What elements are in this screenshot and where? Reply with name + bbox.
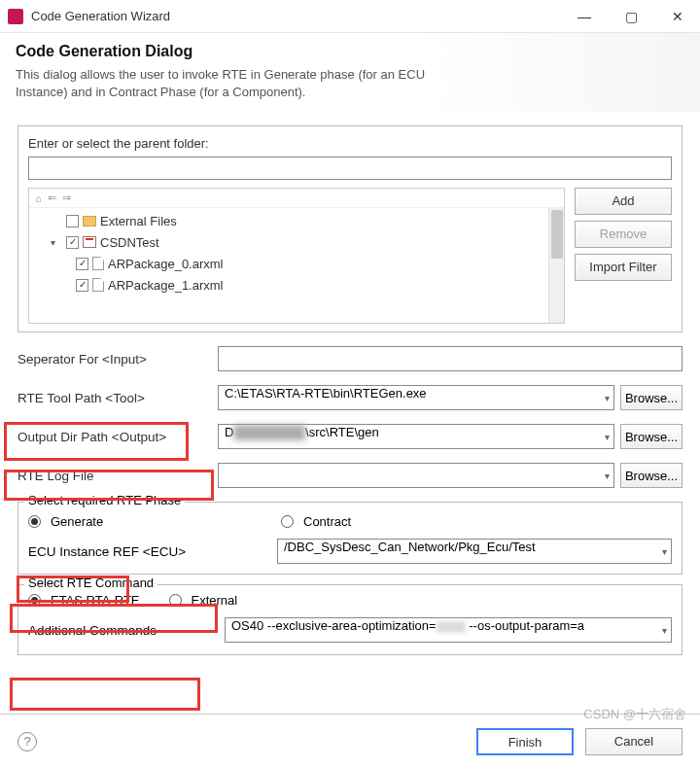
rte-tool-path-value: C:\ETAS\RTA-RTE\bin\RTEGen.exe — [225, 386, 427, 401]
dialog-heading: Code Generation Dialog — [16, 43, 684, 60]
tree-checkbox[interactable]: ✓ — [76, 279, 88, 292]
radio-icon — [28, 594, 41, 607]
rte-log-combo[interactable]: ▾ — [218, 463, 614, 488]
tree-item-label: CSDNTest — [100, 235, 159, 250]
cancel-button[interactable]: Cancel — [585, 728, 682, 755]
import-filter-button[interactable]: Import Filter — [575, 254, 672, 281]
help-icon[interactable]: ? — [18, 732, 37, 751]
generate-radio-label: Generate — [51, 514, 103, 529]
rte-phase-legend: Select required RTE Phase — [24, 493, 185, 507]
rte-tool-browse-button[interactable]: Browse... — [620, 385, 682, 410]
close-button[interactable]: ✕ — [663, 9, 692, 24]
contract-radio-row[interactable]: Contract — [281, 514, 351, 529]
watermark: CSDN @十六宿舍 — [583, 706, 686, 723]
finish-button[interactable]: Finish — [476, 728, 574, 755]
radio-icon — [169, 594, 182, 607]
rte-tool-path-combo[interactable]: C:\ETAS\RTA-RTE\bin\RTEGen.exe ▾ — [218, 385, 614, 410]
rte-log-row: RTE Log File ▾ Browse... — [18, 463, 682, 488]
output-dir-row: Output Dir Path <Output> D████████\src\R… — [18, 424, 682, 449]
output-dir-browse-button[interactable]: Browse... — [620, 424, 682, 449]
output-dir-value: D████████\src\RTE\gen — [225, 425, 379, 439]
window-title: Code Generation Wizard — [31, 9, 570, 23]
parent-folder-label: Enter or select the parent folder: — [28, 136, 672, 151]
radio-icon — [281, 515, 294, 528]
additional-commands-value: OS40 --exclusive-area-optimization= --os… — [231, 618, 584, 633]
titlebar: Code Generation Wizard — ▢ ✕ — [0, 0, 700, 33]
rte-log-browse-button[interactable]: Browse... — [620, 463, 682, 488]
highlight-box — [10, 678, 200, 711]
etas-radio-row[interactable]: ETAS RTA-RTE — [28, 593, 140, 608]
tree-item-label: ARPackage_1.arxml — [108, 278, 224, 293]
chevron-down-icon: ▾ — [605, 432, 610, 442]
external-radio-row[interactable]: External — [169, 593, 238, 608]
tree-item[interactable]: ✓ ARPackage_0.arxml — [33, 253, 560, 274]
ecu-instance-label: ECU Instance REF <ECU> — [28, 544, 271, 559]
chevron-down-icon: ▾ — [605, 393, 610, 403]
dialog-banner: Code Generation Dialog This dialog allow… — [0, 33, 700, 112]
additional-commands-combo[interactable]: OS40 --exclusive-area-optimization= --os… — [225, 617, 672, 643]
file-icon — [92, 278, 104, 292]
chevron-down-icon: ▾ — [662, 546, 667, 557]
tree-item[interactable]: ▾ ✓ CSDNTest — [33, 231, 560, 253]
rte-phase-fieldset: Select required RTE Phase Generate Contr… — [18, 502, 682, 575]
parent-folder-input[interactable] — [28, 157, 672, 180]
radio-icon — [28, 515, 41, 528]
folder-tree[interactable]: ⌂ ⇐ ⇒ External Files ▾ ✓ CSDN — [28, 188, 565, 324]
home-icon[interactable]: ⌂ — [35, 192, 42, 204]
folder-icon — [83, 216, 96, 227]
separator-row: Seperator For <Input> — [18, 346, 682, 371]
tree-item-label: ARPackage_0.arxml — [108, 257, 224, 271]
chevron-down-icon: ▾ — [662, 625, 667, 636]
external-radio-label: External — [192, 593, 238, 608]
separator-label: Seperator For <Input> — [18, 352, 212, 367]
minimize-button[interactable]: — — [570, 9, 599, 24]
ecu-instance-combo[interactable]: /DBC_SysDesc_Can_Network/Pkg_Ecu/Test ▾ — [277, 539, 672, 564]
package-icon — [83, 236, 96, 248]
output-dir-combo[interactable]: D████████\src\RTE\gen ▾ — [218, 424, 614, 449]
rte-tool-path-label: RTE Tool Path <Tool> — [18, 391, 212, 405]
tree-item[interactable]: External Files — [33, 210, 560, 231]
back-icon[interactable]: ⇐ — [48, 192, 56, 204]
content-area: Enter or select the parent folder: ⌂ ⇐ ⇒… — [0, 112, 700, 659]
rte-log-label: RTE Log File — [18, 469, 212, 483]
tree-checkbox[interactable]: ✓ — [76, 258, 88, 270]
tree-item-label: External Files — [100, 214, 177, 228]
maximize-button[interactable]: ▢ — [616, 9, 646, 24]
output-dir-label: Output Dir Path <Output> — [18, 430, 212, 444]
add-button[interactable]: Add — [575, 188, 672, 215]
etas-radio-label: ETAS RTA-RTE — [51, 593, 140, 608]
rte-command-legend: Select RTE Command — [24, 576, 158, 590]
forward-icon[interactable]: ⇒ — [62, 192, 71, 204]
parent-folder-group: Enter or select the parent folder: ⌂ ⇐ ⇒… — [18, 125, 682, 332]
window-controls: — ▢ ✕ — [570, 9, 692, 24]
tree-item[interactable]: ✓ ARPackage_1.arxml — [33, 274, 560, 296]
separator-input[interactable] — [218, 346, 682, 371]
dialog-description: This dialog allows the user to invoke RT… — [16, 66, 463, 100]
app-icon — [8, 9, 23, 24]
file-icon — [92, 257, 104, 270]
tree-checkbox[interactable]: ✓ — [66, 236, 79, 249]
tree-caret[interactable]: ▾ — [51, 237, 62, 248]
chevron-down-icon: ▾ — [605, 471, 610, 481]
rte-command-fieldset: Select RTE Command ETAS RTA-RTE External… — [18, 584, 682, 655]
generate-radio-row[interactable]: Generate — [28, 514, 271, 529]
additional-commands-label: Additional Commands — [28, 623, 219, 638]
contract-radio-label: Contract — [303, 514, 351, 529]
rte-tool-path-row: RTE Tool Path <Tool> C:\ETAS\RTA-RTE\bin… — [18, 385, 682, 410]
ecu-instance-value: /DBC_SysDesc_Can_Network/Pkg_Ecu/Test — [284, 540, 536, 554]
remove-button[interactable]: Remove — [575, 221, 672, 248]
tree-checkbox[interactable] — [66, 215, 79, 227]
vertical-scrollbar[interactable] — [548, 208, 564, 323]
tree-toolbar: ⌂ ⇐ ⇒ — [29, 189, 564, 208]
